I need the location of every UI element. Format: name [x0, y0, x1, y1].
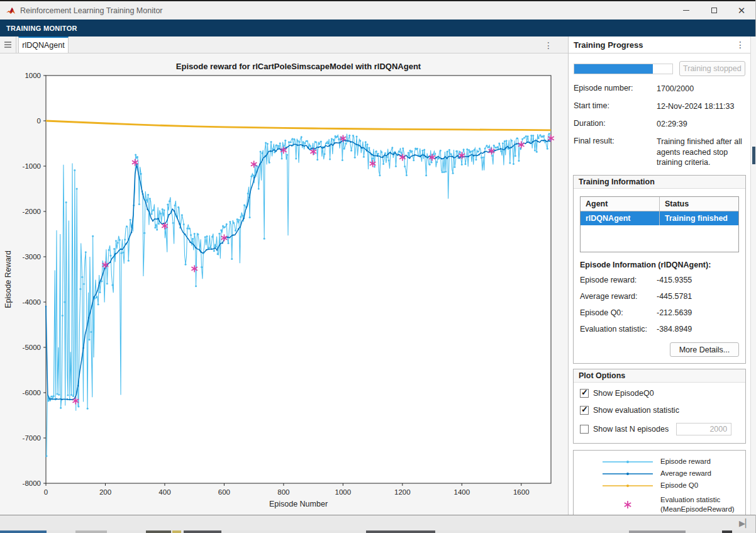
svg-text:-8000: -8000	[23, 480, 41, 487]
close-button[interactable]: ✕	[728, 1, 755, 20]
minimize-button[interactable]	[672, 1, 700, 20]
show-episodeq0-checkbox[interactable]	[580, 389, 589, 398]
evaluation-statistic-row: Evaluation statistic: -384.8949	[580, 325, 739, 334]
training-chart: 0200400600800100012001400160010000-1000-…	[0, 53, 568, 515]
svg-text:-1000: -1000	[23, 162, 41, 170]
expand-statusbar-icon[interactable]: ▶▏	[739, 519, 752, 528]
cell-agent: rlDQNAgent	[581, 211, 660, 225]
training-progress-bar	[574, 64, 673, 74]
column-status[interactable]: Status	[660, 197, 738, 211]
svg-text:1400: 1400	[453, 488, 470, 496]
tab-label: rlDQNAgent	[22, 41, 64, 50]
field-label: Start time:	[574, 101, 657, 112]
field-episode-number: Episode number: 1700/2000	[574, 84, 745, 94]
svg-text:600: 600	[218, 488, 230, 496]
ep-value: -384.8949	[657, 325, 692, 334]
show-evaluation-statistic-option[interactable]: Show evaluation statistic	[580, 406, 739, 415]
tab-rldqnagent[interactable]: rlDQNAgent	[18, 36, 69, 53]
checkbox-label: Show EpisodeQ0	[593, 389, 654, 398]
panel-scrollbar-thumb[interactable]	[752, 147, 755, 164]
minimize-icon	[683, 10, 689, 11]
chart-title: Episode reward for rlCartPoleSimscapeMod…	[176, 62, 421, 71]
training-stopped-button[interactable]: Training stopped	[679, 61, 745, 76]
average-reward-line-swatch	[600, 471, 655, 477]
field-label: Episode number:	[574, 84, 657, 94]
table-empty-area	[581, 225, 738, 252]
document-tabstrip: rlDQNAgent ⋮	[0, 36, 568, 53]
svg-text:1200: 1200	[394, 488, 411, 496]
episode-information-title: Episode Information (rlDQNAgent):	[580, 261, 739, 269]
training-progress-panel: Training Progress ⋮ Training stopped Epi…	[568, 36, 750, 515]
episode-q0-row: Episode Q0: -212.5639	[580, 308, 739, 317]
chart-document-area: 0200400600800100012001400160010000-1000-…	[0, 53, 568, 515]
field-value: Training finished after all agents reach…	[657, 137, 745, 169]
close-icon: ✕	[738, 6, 746, 15]
ep-label: Episode reward:	[580, 276, 657, 284]
legend-item-evaluation-statistic: Evaluation statistic (MeanEpisodeReward)	[574, 495, 745, 514]
ep-value: -445.5781	[657, 292, 692, 301]
field-value: 1700/2000	[657, 84, 745, 94]
training-information-section: Training Information Agent Status rlDQNA…	[573, 175, 746, 364]
episode-reward-row: Episode reward: -415.9355	[580, 276, 739, 284]
training-information-header: Training Information	[574, 176, 745, 189]
episode-reward-line-swatch	[600, 459, 655, 465]
maximize-button[interactable]	[700, 1, 728, 20]
field-label: Duration:	[574, 119, 657, 130]
legend-label: Episode Q0	[655, 481, 698, 490]
svg-text:800: 800	[277, 488, 289, 496]
legend-label: Average reward	[655, 469, 711, 478]
show-last-n-episodes-checkbox[interactable]	[580, 425, 589, 434]
ep-value: -415.9355	[657, 276, 692, 284]
field-label: Final result:	[574, 137, 657, 169]
column-agent[interactable]: Agent	[581, 197, 660, 211]
field-start-time: Start time: 12-Nov-2024 18:11:33	[574, 101, 745, 112]
svg-text:Episode Number: Episode Number	[269, 500, 328, 508]
svg-text:1600: 1600	[513, 488, 530, 496]
n-episodes-input[interactable]	[676, 423, 731, 435]
matlab-logo-icon	[6, 6, 16, 16]
svg-text:200: 200	[99, 488, 111, 496]
plot-options-rows: Show EpisodeQ0 Show evaluation statistic…	[574, 383, 745, 443]
svg-text:-7000: -7000	[23, 434, 41, 442]
progress-row: Training stopped	[574, 61, 745, 76]
plot-options-header: Plot Options	[574, 369, 745, 383]
window-title: Reinforcement Learning Training Monitor	[20, 6, 163, 15]
show-evaluation-statistic-checkbox[interactable]	[580, 406, 589, 415]
show-episodeq0-option[interactable]: Show EpisodeQ0	[580, 389, 739, 398]
panel-kebab-icon[interactable]: ⋮	[735, 40, 745, 50]
episode-information-rows: Episode reward: -415.9355 Average reward…	[580, 276, 739, 334]
table-header-row: Agent Status	[581, 197, 738, 211]
svg-text:400: 400	[158, 488, 170, 496]
chart-legend: Episode reward Average reward Episode Q0…	[573, 450, 746, 521]
table-row[interactable]: rlDQNAgent Training finished	[581, 211, 738, 225]
cell-status: Training finished	[660, 211, 738, 225]
ep-label: Episode Q0:	[580, 308, 657, 317]
svg-text:1000: 1000	[335, 488, 352, 496]
panel-scrollbar[interactable]	[750, 36, 756, 515]
checkbox-label: Show last N episodes	[593, 425, 669, 434]
status-bar: ▶▏	[0, 515, 755, 530]
tab-list-icon[interactable]	[0, 36, 16, 53]
svg-text:-3000: -3000	[23, 253, 41, 261]
taskbar-sliver	[0, 530, 755, 533]
toolstrip: TRAINING MONITOR	[0, 20, 755, 36]
app-window: Reinforcement Learning Training Monitor …	[0, 0, 756, 533]
svg-text:Episode Reward: Episode Reward	[4, 250, 13, 308]
field-value: 12-Nov-2024 18:11:33	[657, 101, 745, 112]
show-last-n-episodes-option[interactable]: Show last N episodes	[580, 423, 739, 435]
svg-text:-4000: -4000	[23, 298, 41, 306]
svg-text:-2000: -2000	[23, 208, 41, 215]
tab-options-kebab-icon[interactable]: ⋮	[542, 36, 555, 53]
field-duration: Duration: 02:29:39	[574, 119, 745, 130]
evaluation-statistic-star-swatch	[600, 499, 655, 510]
svg-text:1000: 1000	[25, 72, 41, 79]
checkbox-label: Show evaluation statistic	[593, 406, 679, 415]
svg-text:0: 0	[37, 117, 41, 125]
more-details-button[interactable]: More Details...	[670, 342, 739, 357]
agent-status-table: Agent Status rlDQNAgent Training finishe…	[580, 196, 739, 252]
training-monitor-ribbon-tab[interactable]: TRAINING MONITOR	[0, 25, 84, 32]
ep-label: Evaluation statistic:	[580, 325, 657, 334]
legend-item-episode-q0: Episode Q0	[574, 480, 745, 491]
field-final-result: Final result: Training finished after al…	[574, 137, 745, 169]
plot-options-section: Plot Options Show EpisodeQ0 Show evaluat…	[573, 369, 746, 444]
